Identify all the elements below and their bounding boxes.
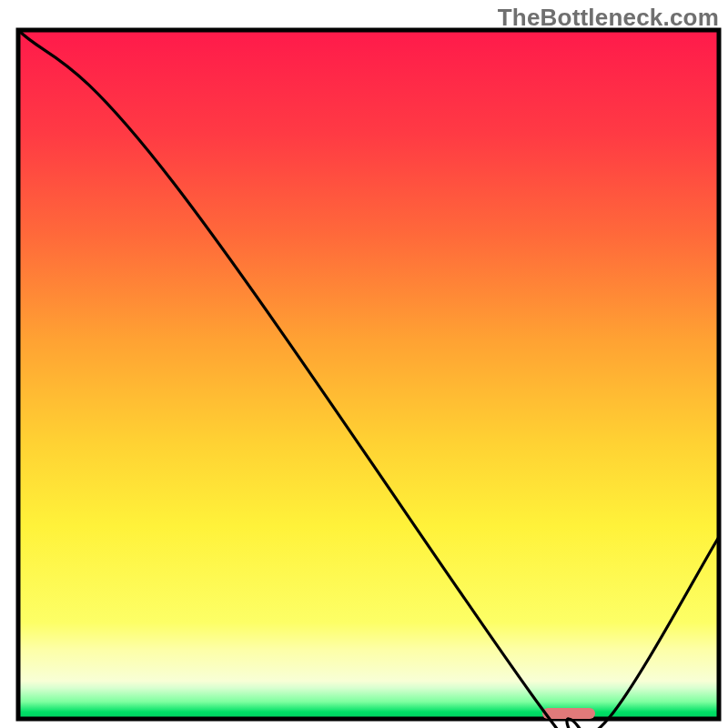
watermark-text: TheBottleneck.com	[498, 4, 719, 32]
optimal-marker	[542, 708, 595, 719]
bottleneck-chart	[0, 0, 728, 728]
chart-container: TheBottleneck.com	[0, 0, 728, 728]
plot-background	[18, 30, 719, 719]
